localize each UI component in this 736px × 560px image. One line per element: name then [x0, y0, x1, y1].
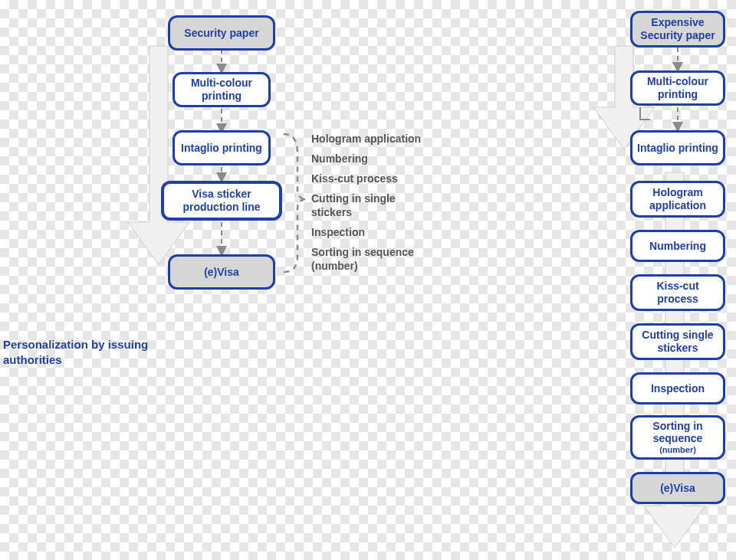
right-start-expensive-security-paper: Expensive Security paper	[630, 11, 725, 47]
connectors-layer	[0, 0, 736, 560]
annotation-cutting-in-single-stickers: Cutting in single stickers	[311, 192, 426, 219]
footer-personalization-note: Personalization by issuing authorities	[3, 337, 187, 367]
right-step-multi-colour-printing: Multi-colour printing	[630, 70, 725, 106]
right-step-kiss-cut-process: Kiss-cut process	[630, 274, 725, 311]
right-step-numbering: Numbering	[630, 230, 725, 262]
right-step-intaglio-printing: Intaglio printing	[630, 130, 725, 165]
right-step-hologram-application: Hologram application	[630, 181, 725, 218]
right-step-sorting-main: Sorting in sequence	[637, 420, 718, 446]
right-step-inspection: Inspection	[630, 372, 725, 404]
annotation-hologram-application: Hologram application	[311, 129, 434, 149]
left-step-visa-sticker-production-line: Visa sticker production line	[161, 181, 282, 221]
right-step-cutting-single-stickers: Cutting single stickers	[630, 323, 725, 360]
annotation-numbering: Numbering	[311, 149, 434, 169]
annotation-inspection: Inspection	[311, 222, 434, 242]
left-step-multi-colour-printing: Multi-colour printing	[172, 72, 271, 107]
left-start-security-paper: Security paper	[168, 15, 275, 51]
left-annotations-list: Hologram application Numbering Kiss-cut …	[311, 129, 434, 273]
annotation-kiss-cut-process: Kiss-cut process	[311, 169, 434, 188]
left-end-evisa: (e)Visa	[168, 254, 275, 290]
right-step-sorting-sub: (number)	[659, 445, 696, 455]
annotation-sorting-in-sequence: Sorting in sequence (number)	[311, 245, 434, 273]
right-step-sorting-in-sequence: Sorting in sequence (number)	[630, 415, 725, 460]
right-end-evisa: (e)Visa	[630, 472, 725, 504]
left-step-intaglio-printing: Intaglio printing	[172, 130, 271, 165]
